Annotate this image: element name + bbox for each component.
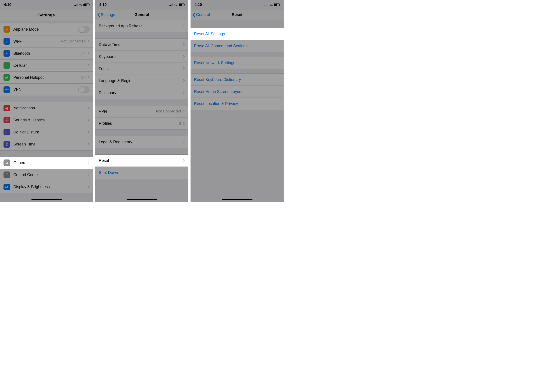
chevron-right-icon [87,172,90,177]
row-vpn[interactable]: VPN VPN [0,84,93,96]
row-label: Date & Time [99,42,183,47]
row-vpn[interactable]: VPN Not Connected [95,105,188,118]
back-label: General [196,13,210,17]
chevron-right-icon [183,140,185,145]
row-shutdown[interactable]: Shut Down [95,167,188,179]
row-label: Personal Hotspot [13,75,81,80]
vpn-icon: VPN [3,86,10,93]
row-label: Airplane Mode [13,27,78,32]
battery-icon [274,3,280,6]
row-language[interactable]: Language & Region [95,75,188,87]
row-cellular[interactable]: ⌁ Cellular [0,59,93,71]
display-icon: AA [3,184,10,190]
chevron-right-icon [183,66,185,71]
vpn-toggle[interactable] [78,86,90,93]
status-time: 4:10 [99,3,107,7]
page-title: Settings [38,13,55,17]
row-fonts[interactable]: Fonts [95,63,188,75]
chevron-right-icon [87,51,90,56]
row-label: Do Not Disturb [13,130,87,134]
row-erase-all[interactable]: Erase All Content and Settings [190,40,284,52]
general-list[interactable]: Background App Refresh Date & Time Keybo… [95,20,188,202]
chevron-right-icon [183,121,185,126]
row-dnd[interactable]: ☾ Do Not Disturb [0,126,93,138]
row-detail: Not Connected [61,39,86,43]
settings-list[interactable]: ✈ Airplane Mode Wi-Fi Not Connected ⌖ Bl… [0,21,93,202]
row-sounds[interactable]: 🔊 Sounds & Haptics [0,114,93,126]
row-airplane-mode[interactable]: ✈ Airplane Mode [0,23,93,35]
row-datetime[interactable]: Date & Time [95,39,188,51]
airplane-toggle[interactable] [78,26,90,33]
row-reset-location-privacy[interactable]: Reset Location & Privacy [190,98,284,110]
signal-icon [74,3,78,6]
back-button[interactable]: General [192,13,210,17]
row-reset-network[interactable]: Reset Network Settings [190,57,284,69]
row-label: Legal & Regulatory [99,140,183,144]
chevron-right-icon [87,185,90,189]
row-label: VPN [13,87,78,92]
row-display[interactable]: AA Display & Brightness [0,181,93,193]
row-general[interactable]: ⚙ General [0,157,93,169]
row-label: Cellular [13,63,87,68]
row-label: Reset Network Settings [194,61,280,65]
home-indicator[interactable] [222,199,253,200]
status-network: 4G [269,3,273,6]
home-indicator[interactable] [31,199,62,200]
gear-icon: ⚙ [3,160,10,166]
status-bar: 4:10 4G [95,0,188,10]
row-label: VPN [99,109,156,114]
row-label: General [13,161,87,165]
nav-bar: Settings [0,10,93,21]
reset-list[interactable]: Reset All Settings Erase All Content and… [190,20,284,202]
cellular-icon: ⌁ [3,62,10,69]
row-label: Sounds & Haptics [13,118,87,123]
status-time: 4:10 [195,3,202,7]
chevron-right-icon [87,160,90,165]
row-label: Keyboard [99,55,183,59]
reset-screen: 4:10 4G General Reset Reset All Settings… [190,0,284,202]
screentime-icon: ⌛ [3,141,10,148]
row-dictionary[interactable]: Dictionary [95,87,188,99]
signal-icon [169,3,173,6]
sounds-icon: 🔊 [3,117,10,123]
nav-bar: General Reset [190,10,284,20]
row-notifications[interactable]: ◉ Notifications [0,102,93,114]
row-reset-home-layout[interactable]: Reset Home Screen Layout [190,86,284,98]
row-screentime[interactable]: ⌛ Screen Time [0,138,93,150]
chevron-right-icon [183,158,185,163]
row-detail: Not Connected [156,109,181,113]
signal-icon [265,3,268,6]
chevron-right-icon [87,75,90,80]
page-title: General [134,13,149,17]
row-label: Reset All Settings [194,32,280,36]
row-reset[interactable]: Reset [95,155,188,167]
row-legal[interactable]: Legal & Regulatory [95,136,188,148]
row-label: Language & Region [99,78,183,83]
battery-icon [83,3,89,6]
row-reset-keyboard-dictionary[interactable]: Reset Keyboard Dictionary [190,74,284,86]
bluetooth-icon: ⌖ [3,50,10,57]
row-hotspot[interactable]: ☍ Personal Hotspot Off [0,71,93,84]
nav-bar: Settings General [95,10,188,20]
row-label: Control Center [13,173,87,177]
status-bar: 4:10 4G [0,0,93,10]
home-indicator[interactable] [127,199,157,200]
row-label: Reset Keyboard Dictionary [194,77,280,82]
row-reset-all-settings[interactable]: Reset All Settings [190,28,284,40]
status-time: 4:10 [4,3,11,7]
row-wifi[interactable]: Wi-Fi Not Connected [0,35,93,48]
back-button[interactable]: Settings [97,13,115,17]
dnd-icon: ☾ [3,129,10,135]
chevron-right-icon [183,78,185,83]
chevron-right-icon [87,118,90,123]
row-controlcenter[interactable]: ☰ Control Center [0,169,93,181]
chevron-right-icon [183,42,185,47]
row-detail: Off [81,75,86,80]
back-label: Settings [101,13,115,17]
row-label: Reset Home Screen Layout [194,90,280,94]
row-bluetooth[interactable]: ⌖ Bluetooth On [0,48,93,59]
row-profiles[interactable]: Profiles 3 [95,118,188,129]
row-background-refresh[interactable]: Background App Refresh [95,20,188,32]
row-keyboard[interactable]: Keyboard [95,51,188,63]
row-label: Notifications [13,106,87,111]
